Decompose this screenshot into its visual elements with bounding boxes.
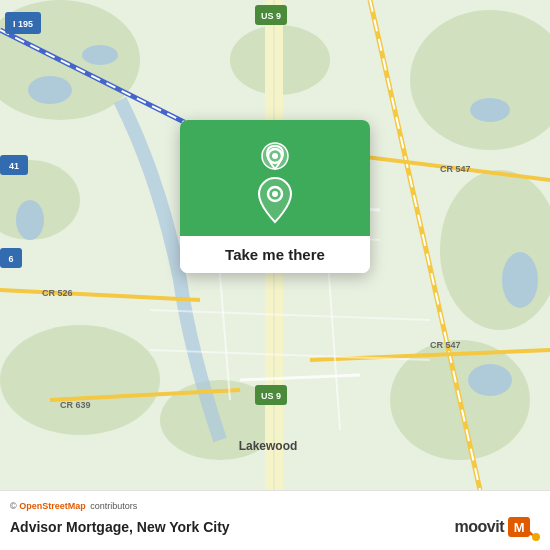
location-text: Advisor Mortgage, New York City xyxy=(10,519,230,535)
svg-text:Lakewood: Lakewood xyxy=(239,439,298,453)
location-row: Advisor Mortgage, New York City moovit M xyxy=(10,513,540,541)
popup-green-area xyxy=(180,120,370,236)
svg-point-51 xyxy=(272,153,278,159)
moovit-icon: M xyxy=(508,513,540,541)
svg-text:CR 526: CR 526 xyxy=(42,288,73,298)
bottom-bar: © OpenStreetMap contributors Advisor Mor… xyxy=(0,490,550,550)
svg-point-12 xyxy=(502,252,538,308)
copyright-symbol: © xyxy=(10,501,19,511)
svg-text:CR 639: CR 639 xyxy=(60,400,91,410)
svg-point-10 xyxy=(82,45,118,65)
popup-card: Take me there xyxy=(180,120,370,273)
svg-text:I 195: I 195 xyxy=(13,19,33,29)
svg-point-5 xyxy=(0,325,160,435)
svg-text:US 9: US 9 xyxy=(261,11,281,21)
svg-point-53 xyxy=(272,191,278,197)
openstreetmap-link[interactable]: OpenStreetMap xyxy=(19,501,86,511)
moovit-logo: moovit M xyxy=(455,513,540,541)
svg-text:41: 41 xyxy=(9,161,19,171)
svg-text:US 9: US 9 xyxy=(261,391,281,401)
moovit-text: moovit xyxy=(455,518,504,536)
svg-text:6: 6 xyxy=(8,254,13,264)
svg-point-9 xyxy=(28,76,72,104)
location-pin xyxy=(255,176,295,224)
take-me-there-button[interactable]: Take me there xyxy=(180,236,370,273)
attribution-row: © OpenStreetMap contributors xyxy=(10,501,540,511)
svg-point-57 xyxy=(532,533,540,541)
svg-text:CR 547: CR 547 xyxy=(430,340,461,350)
svg-text:M: M xyxy=(514,520,524,535)
svg-text:CR 547: CR 547 xyxy=(440,164,471,174)
map-container: I 195 US 9 US 9 US 9 41 6 CR 526 CR 547 … xyxy=(0,0,550,490)
svg-point-13 xyxy=(468,364,512,396)
svg-point-11 xyxy=(470,98,510,122)
svg-point-14 xyxy=(16,200,44,240)
attribution-suffix: contributors xyxy=(88,501,138,511)
